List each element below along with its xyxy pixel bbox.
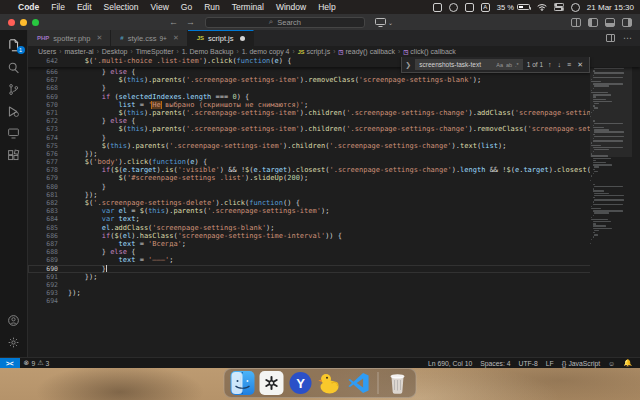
code-line-681[interactable]: 681 }); — [28, 191, 640, 199]
breadcrumb-item[interactable]: JSscript.js — [298, 48, 330, 55]
status-item-javascript[interactable]: {}JavaScript — [558, 360, 604, 367]
find-next-button[interactable]: ↓ — [557, 61, 563, 68]
code-line-679[interactable]: 679 $('#screenpage-settings .list').slid… — [28, 174, 640, 182]
code-line-692[interactable]: 692 — [28, 281, 640, 289]
code-editor[interactable]: 642 $('.multi-choice .list-item').click(… — [28, 57, 640, 357]
toggle-secondary-sidebar-icon[interactable] — [622, 18, 632, 27]
menu-item-view[interactable]: View — [145, 2, 175, 12]
chatgpt-dock-icon[interactable] — [260, 371, 284, 395]
explorer-icon[interactable]: 1 — [2, 34, 26, 56]
minimap-slider[interactable] — [590, 57, 632, 157]
source-control-icon[interactable] — [2, 78, 26, 100]
menu-extra-icon-3[interactable] — [465, 3, 474, 12]
control-center-icon[interactable] — [554, 3, 564, 11]
status-item-spaces-4[interactable]: Spaces: 4 — [476, 360, 514, 367]
code-line-689[interactable]: 689 text = '———'; — [28, 256, 640, 264]
accounts-icon[interactable] — [2, 309, 26, 331]
status-item-lf[interactable]: LF — [542, 360, 558, 367]
breadcrumb-item[interactable]: 1. demo copy 4 — [242, 48, 290, 55]
tab-spotter.php[interactable]: PHPspotter.php✕ — [28, 30, 111, 46]
match-case-icon[interactable]: Aa — [496, 62, 503, 68]
code-line-667[interactable]: 667 $(this).parents('.screenpage-setting… — [28, 76, 640, 84]
tab-close-icon[interactable]: ✕ — [96, 34, 102, 42]
battery-indicator[interactable]: 35 % — [497, 3, 530, 12]
code-line-672[interactable]: 672 } else { — [28, 117, 640, 125]
tab-script.js[interactable]: JSscript.js — [188, 30, 254, 46]
extensions-icon[interactable] — [2, 144, 26, 166]
code-line-669[interactable]: 669 if (selectedIndexes.length === 0) { — [28, 93, 640, 101]
navigate-forward-button[interactable]: → — [186, 17, 195, 27]
code-line-670[interactable]: 670 list = 'Не выбрано (скриншоты не сни… — [28, 101, 640, 109]
breadcrumb-item[interactable]: ◳click() callback — [403, 48, 456, 55]
code-line-691[interactable]: 691 }); — [28, 273, 640, 281]
code-line-676[interactable]: 676 }); — [28, 150, 640, 158]
find-expand-chevron-icon[interactable]: ❯ — [405, 61, 411, 69]
menu-item-selection[interactable]: Selection — [98, 2, 145, 12]
breadcrumb-item[interactable]: Users — [38, 48, 56, 55]
menu-app-name[interactable]: Code — [12, 2, 45, 12]
menu-item-file[interactable]: File — [45, 2, 71, 12]
find-close-button[interactable]: ✕ — [576, 61, 584, 69]
code-line-680[interactable]: 680 } — [28, 183, 640, 191]
code-line-684[interactable]: 684 var text; — [28, 215, 640, 223]
close-window-button[interactable] — [8, 19, 15, 26]
code-line-685[interactable]: 685 el.addClass('screenpage-settings-bla… — [28, 224, 640, 232]
code-line-671[interactable]: 671 $(this).parents('.screenpage-setting… — [28, 109, 640, 117]
menu-item-window[interactable]: Window — [270, 2, 312, 12]
siri-icon[interactable] — [571, 3, 580, 12]
code-line-687[interactable]: 687 text = 'Всегда'; — [28, 240, 640, 248]
regex-icon[interactable]: .* — [515, 62, 519, 68]
status-item-utf-8[interactable]: UTF-8 — [514, 360, 541, 367]
code-line-686[interactable]: 686 if($(el).hasClass('screenpage-settin… — [28, 232, 640, 240]
navigate-back-button[interactable]: ← — [169, 17, 178, 27]
more-actions-icon[interactable]: ⋯ — [623, 33, 632, 43]
minimap[interactable] — [590, 57, 632, 357]
cyberduck-dock-icon[interactable] — [318, 371, 342, 395]
status-item-icon[interactable]: ☺ — [604, 360, 619, 367]
finder-dock-icon[interactable] — [231, 371, 255, 395]
vscode-dock-icon[interactable] — [347, 371, 371, 395]
status-item-icon[interactable]: 🔔 — [619, 359, 636, 367]
remote-explorer-icon[interactable] — [2, 122, 26, 144]
menu-extra-icon-2[interactable] — [449, 3, 458, 12]
menu-item-help[interactable]: Help — [312, 2, 341, 12]
menu-item-edit[interactable]: Edit — [71, 2, 98, 12]
menu-item-run[interactable]: Run — [198, 2, 226, 12]
run-debug-icon[interactable] — [2, 100, 26, 122]
tab-close-icon[interactable]: ✕ — [173, 34, 179, 42]
breadcrumb-item[interactable]: 1. Demo Backup — [182, 48, 234, 55]
toggle-sidebar-icon[interactable] — [588, 18, 598, 27]
profile-remote-button[interactable]: ⌄ — [375, 18, 393, 27]
wifi-icon[interactable] — [537, 3, 547, 11]
code-line-688[interactable]: 688 } else { — [28, 248, 640, 256]
find-in-selection-button[interactable]: ≡ — [566, 61, 572, 68]
code-line-694[interactable]: 694 — [28, 297, 640, 305]
code-line-677[interactable]: 677 $('body').click(function(e) { — [28, 158, 640, 166]
code-line-678[interactable]: 678 if($(e.target).is(':visible') && !$(… — [28, 166, 640, 174]
code-lines[interactable]: 666 } else {667 $(this).parents('.screen… — [28, 68, 640, 305]
code-line-674[interactable]: 674 } — [28, 134, 640, 142]
breadcrumb-item[interactable]: ◳ready() callback — [338, 48, 395, 55]
menu-item-terminal[interactable]: Terminal — [226, 2, 270, 12]
toggle-panel-icon[interactable] — [605, 18, 615, 27]
remote-indicator[interactable]: >< — [0, 358, 20, 368]
split-editor-icon[interactable] — [606, 34, 615, 42]
minimize-window-button[interactable] — [20, 19, 27, 26]
search-view-icon[interactable] — [2, 56, 26, 78]
code-line-690[interactable]: 690 } — [28, 265, 640, 273]
whole-word-icon[interactable]: ab — [506, 62, 512, 68]
input-source-icon[interactable]: A — [481, 3, 490, 12]
settings-gear-icon[interactable] — [2, 331, 26, 353]
code-line-668[interactable]: 668 } — [28, 84, 640, 92]
find-previous-button[interactable]: ↑ — [547, 61, 553, 68]
command-center-search[interactable]: ⌕ Search — [205, 17, 365, 28]
code-line-693[interactable]: 693}); — [28, 289, 640, 297]
unsaved-dot-icon[interactable] — [240, 36, 245, 41]
problems-indicator[interactable]: ⊗ 9 ⚠ 3 — [20, 359, 54, 367]
find-input[interactable] — [419, 61, 493, 68]
breadcrumb-item[interactable]: TimeSpotter — [136, 48, 174, 55]
breadcrumb-item[interactable]: master-al — [64, 48, 93, 55]
status-item-ln-690-col-10[interactable]: Ln 690, Col 10 — [424, 360, 476, 367]
tab-style.css[interactable]: #style.css9+✕ — [111, 30, 187, 46]
breadcrumb-item[interactable]: Desktop — [102, 48, 128, 55]
